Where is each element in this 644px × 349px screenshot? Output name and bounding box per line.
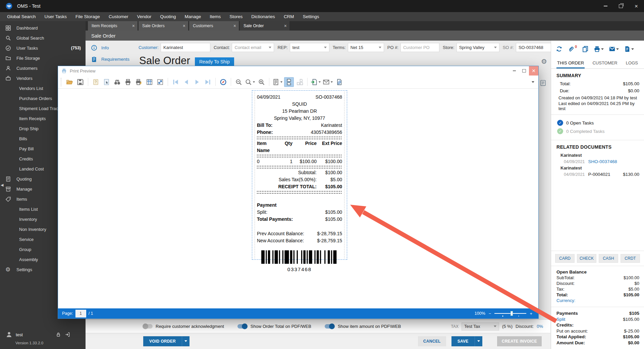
window-maximize-button[interactable] <box>613 0 629 12</box>
sidebar-collapse-arrow[interactable]: ◀ <box>1 183 3 187</box>
save-button[interactable]: SAVE <box>451 336 482 346</box>
next-page-button[interactable] <box>192 77 202 87</box>
terms-select[interactable]: Net 15 <box>348 43 384 52</box>
gear-icon[interactable]: ⚙ <box>541 57 547 65</box>
menu-item-file-storage[interactable]: File Storage <box>71 12 104 21</box>
tab-customers[interactable]: Customers× <box>189 21 239 31</box>
quick-print-button[interactable] <box>134 77 144 87</box>
rep-select[interactable]: test <box>290 43 329 52</box>
menu-item-global-search[interactable]: Global Search <box>3 12 40 21</box>
first-page-button[interactable] <box>171 77 180 87</box>
requirements-side-icon[interactable] <box>540 80 546 86</box>
tab-close-icon[interactable]: × <box>183 23 185 29</box>
payment-crdt-button[interactable]: CRDT <box>621 254 640 263</box>
menu-item-crm[interactable]: CRM <box>279 12 299 21</box>
multi-page-view-button[interactable] <box>295 77 305 87</box>
menu-item-manage[interactable]: Manage <box>180 12 206 21</box>
watermark-button[interactable] <box>334 77 344 87</box>
menu-item-user-tasks[interactable]: User Tasks <box>40 12 71 21</box>
menu-item-settings[interactable]: Settings <box>299 12 324 21</box>
nav-item-requirements[interactable]: Requirements <box>88 53 138 65</box>
parameters-button[interactable]: ? <box>91 77 101 87</box>
preview-close-button[interactable]: ✕ <box>529 66 538 76</box>
tab-logs[interactable]: LOGS <box>625 57 639 68</box>
payment-check-button[interactable]: CHECK <box>577 254 596 263</box>
toggle-switch[interactable] <box>143 324 153 329</box>
copy-order-button[interactable] <box>582 46 589 52</box>
cancel-button[interactable]: CANCEL <box>418 336 446 346</box>
contact-select[interactable]: Contact email <box>232 43 274 52</box>
lock-icon[interactable] <box>56 332 61 337</box>
attachments-button[interactable]: 0 <box>568 46 577 52</box>
save-dropdown[interactable] <box>475 336 482 346</box>
payment-cash-button[interactable]: CASH <box>599 254 618 263</box>
tab-sale-orders[interactable]: Sale Orders× <box>139 21 188 31</box>
completed-tasks-label[interactable]: 0 Completed Tasks <box>566 129 605 134</box>
toggle-switch[interactable] <box>325 324 335 329</box>
zoom-in-icon[interactable]: + <box>530 311 532 316</box>
logout-icon[interactable] <box>65 332 70 337</box>
menu-item-items[interactable]: Items <box>205 12 225 21</box>
nav-item-info[interactable]: Info <box>88 42 138 53</box>
tax-select[interactable]: Test Tax <box>462 322 499 331</box>
save-button[interactable] <box>75 77 85 87</box>
open-button[interactable] <box>65 77 74 87</box>
tab-close-icon[interactable]: × <box>132 23 135 29</box>
sidebar-item-user-tasks[interactable]: User Tasks(753) <box>0 43 86 53</box>
po-input[interactable] <box>400 43 439 52</box>
page-layout-button[interactable] <box>272 77 283 87</box>
menu-item-customer[interactable]: Customer <box>104 12 133 21</box>
pointer-button[interactable] <box>102 77 111 87</box>
window-minimize-button[interactable] <box>598 0 613 12</box>
zoom-button[interactable] <box>245 77 256 87</box>
print-order-button[interactable] <box>594 46 604 52</box>
menu-item-stores[interactable]: Stores <box>225 12 247 21</box>
menu-item-quoting[interactable]: Quoting <box>156 12 180 21</box>
discount-value[interactable]: 0% <box>537 324 543 329</box>
tab-this-order[interactable]: THIS ORDER <box>556 57 585 68</box>
toolbar-overflow-icon[interactable] <box>532 81 534 83</box>
print-button[interactable] <box>123 77 133 87</box>
preview-maximize-button[interactable] <box>519 66 529 76</box>
send-email-button[interactable] <box>322 77 333 87</box>
tab-close-icon[interactable]: × <box>284 23 287 29</box>
row-label-link[interactable]: Split <box>556 316 565 322</box>
void-order-dropdown[interactable] <box>182 336 190 346</box>
scale-button[interactable] <box>155 77 165 87</box>
toggle-switch[interactable] <box>237 324 248 329</box>
refresh-button[interactable] <box>556 46 562 52</box>
email-order-button[interactable] <box>609 46 619 52</box>
toolbar-drag-handle[interactable] <box>61 78 63 86</box>
zoom-in-button[interactable] <box>257 77 266 87</box>
tab-customer[interactable]: CUSTOMER <box>592 57 618 68</box>
tab-close-icon[interactable]: × <box>233 23 236 29</box>
page-input[interactable] <box>75 310 86 317</box>
zoom-out-button[interactable] <box>234 77 244 87</box>
find-button[interactable] <box>112 77 122 87</box>
menu-item-vendor[interactable]: Vendor <box>132 12 156 21</box>
sidebar-item-global-search[interactable]: Global Search <box>0 33 86 43</box>
export-document-button[interactable] <box>310 77 321 87</box>
new-document-button[interactable] <box>624 46 634 52</box>
open-tasks-label[interactable]: 0 Open Tasks <box>566 120 594 126</box>
page-setup-button[interactable] <box>145 77 154 87</box>
payment-card-button[interactable]: CARD <box>555 254 575 263</box>
zoom-slider[interactable] <box>494 313 526 314</box>
zoom-slider-handle[interactable] <box>511 311 513 316</box>
row-label-link[interactable]: Currency: <box>556 298 575 303</box>
menu-item-dictionaries[interactable]: Dictionaries <box>247 12 279 21</box>
receipt-preview[interactable]: 04/09/2021SO-0037468 SQUID 15 Pearlman D… <box>252 90 347 260</box>
hand-tool-button[interactable] <box>218 77 228 87</box>
window-close-button[interactable]: × <box>629 0 644 12</box>
create-invoice-button[interactable]: CREATE INVOICE <box>497 336 542 346</box>
continuous-view-button[interactable] <box>284 77 294 87</box>
tab-sale-order[interactable]: Sale Order× <box>240 21 289 31</box>
document-number[interactable]: SHO-0037468 <box>588 159 617 164</box>
preview-minimize-button[interactable] <box>509 66 519 76</box>
previous-page-button[interactable] <box>181 77 191 87</box>
store-select[interactable]: Spring Valley <box>457 43 499 52</box>
zoom-out-icon[interactable]: − <box>489 311 491 316</box>
so-input[interactable] <box>516 43 551 52</box>
sidebar-item-dashboard[interactable]: Dashboard <box>0 23 86 33</box>
last-page-button[interactable] <box>203 77 213 87</box>
